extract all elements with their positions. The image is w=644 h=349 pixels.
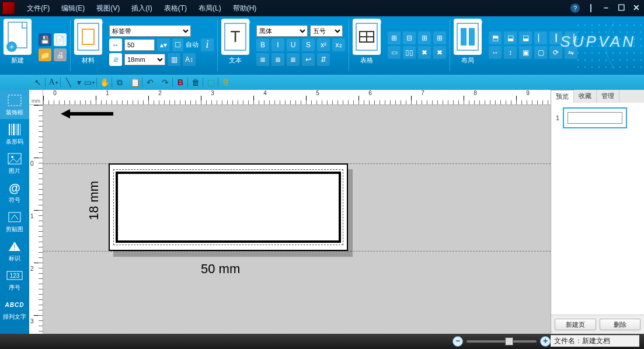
window-restore-button[interactable]: ☐: [614, 3, 629, 13]
ribbon-layout-group: « 布局: [450, 16, 485, 75]
window-close-button[interactable]: ✕: [629, 3, 644, 13]
page-thumbnails: 1: [551, 103, 644, 315]
group-tool[interactable]: ⬚: [203, 76, 218, 89]
dist-v-icon[interactable]: ↕: [504, 46, 517, 59]
menu-insert[interactable]: 插入(I): [126, 4, 158, 13]
database-tool[interactable]: 🛢: [218, 76, 234, 89]
align-bottom-icon[interactable]: ⬓: [519, 32, 532, 44]
window-minimize-button[interactable]: –: [598, 3, 614, 13]
redo-tool[interactable]: ↷: [158, 76, 173, 89]
page-thumbnail[interactable]: [563, 107, 627, 128]
save-icon[interactable]: 💾: [39, 33, 51, 46]
align-middle-icon[interactable]: ⬓: [504, 32, 517, 44]
delete-tool[interactable]: 🗑: [188, 76, 203, 89]
send-back-icon[interactable]: ▢: [534, 46, 547, 59]
split-cells-icon[interactable]: ▯▯: [403, 46, 416, 59]
width-input[interactable]: [124, 39, 155, 51]
sidebar-item-mark[interactable]: ! 标识: [0, 236, 29, 265]
pointer-tool[interactable]: ↖: [30, 76, 46, 89]
insert-row-above-icon[interactable]: ⊞: [388, 32, 401, 44]
info-icon[interactable]: i: [201, 39, 214, 51]
label-object[interactable]: [109, 163, 348, 251]
wrap-button[interactable]: ↩: [302, 53, 315, 66]
menu-edit[interactable]: 编辑(E): [55, 4, 90, 13]
thumbnail-row[interactable]: 1: [556, 107, 639, 128]
delete-col-icon[interactable]: ✖: [433, 46, 446, 59]
ruler-h-num: 2: [158, 90, 162, 96]
sidebar-item-barcode[interactable]: 条形码: [0, 119, 29, 148]
line-tool-dd[interactable]: ▾: [76, 76, 82, 89]
height-select[interactable]: 18mm: [124, 54, 165, 65]
ruler-v-num: 2: [30, 266, 34, 272]
material-button[interactable]: [74, 19, 102, 55]
line-tool[interactable]: ╲: [61, 76, 76, 89]
canvas[interactable]: 18 mm 50 mm: [43, 105, 551, 334]
tab-preview[interactable]: 预览: [551, 90, 574, 103]
undo-tool[interactable]: ↶: [142, 76, 158, 89]
insert-col-right-icon[interactable]: ⊞: [433, 32, 446, 44]
margins-icon[interactable]: ▥: [168, 53, 180, 66]
align-top-icon[interactable]: ⬒: [489, 32, 502, 44]
align-right-button[interactable]: ≣: [287, 53, 300, 66]
menu-table[interactable]: 表格(T): [158, 4, 193, 13]
insert-row-below-icon[interactable]: ⊟: [403, 32, 416, 44]
orientation-icon[interactable]: A↕: [183, 53, 196, 66]
svg-text:!: !: [13, 243, 15, 252]
sidebar-item-frame[interactable]: 装饰框: [0, 90, 29, 119]
sidebar-item-symbol[interactable]: @ 符号: [0, 177, 29, 207]
help-icon[interactable]: ?: [570, 4, 580, 13]
sidebar-item-image[interactable]: 图片: [0, 148, 29, 177]
spacing-button[interactable]: ⇵: [317, 53, 330, 66]
copy-tool[interactable]: ⧉: [112, 76, 127, 89]
align-left-obj-icon[interactable]: ▏: [534, 32, 547, 44]
bold-button[interactable]: B: [256, 39, 269, 51]
window-extra-button[interactable]: |: [583, 3, 598, 13]
table-button[interactable]: [353, 19, 381, 55]
sub-button[interactable]: x₂: [332, 39, 345, 51]
insert-col-left-icon[interactable]: ⊞: [418, 32, 431, 44]
hand-tool[interactable]: ✋: [97, 76, 112, 89]
align-center-button[interactable]: ≣: [271, 53, 284, 66]
zoom-slider[interactable]: [467, 340, 537, 343]
italic-button[interactable]: I: [271, 39, 284, 51]
menu-layout[interactable]: 布局(L): [193, 4, 227, 13]
bold-tool[interactable]: B: [173, 76, 188, 89]
sidebar-item-serial[interactable]: 123 序号: [0, 265, 29, 294]
print-icon[interactable]: 🖨: [54, 48, 67, 61]
delete-row-icon[interactable]: ✖: [418, 46, 431, 59]
dist-h-icon[interactable]: ↔: [489, 46, 502, 59]
tape-type-select[interactable]: 标签带: [109, 25, 191, 37]
menu-file[interactable]: 文件(F): [21, 4, 55, 13]
align-left-button[interactable]: ≣: [256, 53, 269, 66]
sidebar-item-clip[interactable]: 剪贴图: [0, 207, 29, 236]
font-size-select[interactable]: 五号: [310, 25, 343, 37]
new-document-button[interactable]: +: [4, 19, 32, 55]
sidebar-item-arrange[interactable]: ABCD 排列文字: [0, 294, 29, 323]
stepper-icon[interactable]: ▴▾: [157, 39, 170, 51]
paste-tool[interactable]: 📋: [127, 76, 142, 89]
layout-button[interactable]: [454, 19, 482, 55]
underline-button[interactable]: U: [287, 39, 300, 51]
folder-icon[interactable]: 📁: [39, 48, 51, 61]
menu-help[interactable]: 帮助(H): [227, 4, 263, 13]
mark-icon: !: [6, 239, 23, 253]
tab-manage[interactable]: 管理: [597, 90, 619, 103]
rect-tool[interactable]: ▭▾: [82, 76, 97, 89]
ribbon-text-group: « T 文本: [218, 16, 253, 75]
zoom-in-button[interactable]: +: [540, 336, 551, 347]
delete-page-button[interactable]: 删除: [600, 319, 641, 330]
font-name-select[interactable]: 黑体: [256, 25, 308, 37]
new-page-button[interactable]: 新建页: [555, 319, 596, 330]
zoom-out-button[interactable]: −: [452, 336, 463, 347]
zoom-slider-thumb[interactable]: [505, 337, 513, 345]
menu-view[interactable]: 视图(V): [90, 4, 126, 13]
bring-front-icon[interactable]: ▣: [519, 46, 532, 59]
text-button[interactable]: T: [221, 19, 249, 55]
open-icon[interactable]: 📄: [54, 33, 67, 46]
strike-button[interactable]: S: [302, 39, 315, 51]
merge-cells-icon[interactable]: ▭: [388, 46, 401, 59]
super-button[interactable]: x²: [317, 39, 330, 51]
auto-checkbox[interactable]: ☐: [172, 39, 183, 51]
text-tool[interactable]: A▾: [46, 76, 61, 89]
tab-favorite[interactable]: 收藏: [574, 90, 597, 103]
